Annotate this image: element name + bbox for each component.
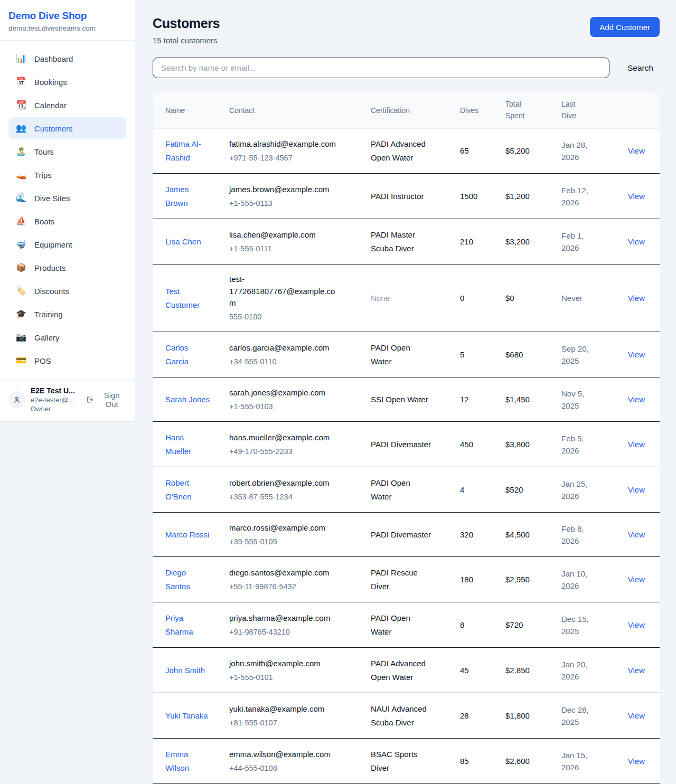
view-customer-link[interactable]: View	[628, 192, 645, 201]
sidebar-item-bookings[interactable]: 📅 Bookings	[8, 71, 126, 93]
customer-phone: +971-55-123-4567	[229, 152, 364, 164]
customer-last-dive: Sep 20, 2025	[561, 343, 594, 367]
sidebar-item-label: Boats	[34, 217, 54, 226]
table-row: Yuki Tanaka yuki.tanaka@example.com +81-…	[153, 693, 660, 739]
customer-email: robert.obrien@example.com	[229, 477, 329, 489]
customer-dives: 28	[460, 693, 505, 739]
table-row: Diego Santos diego.santos@example.com +5…	[153, 557, 660, 602]
customer-email: sarah.jones@example.com	[229, 387, 325, 399]
column-header-name: Name	[153, 92, 229, 128]
customer-email: john.smith@example.com	[229, 658, 321, 670]
user-email: e2e-tester@...	[31, 396, 79, 404]
sidebar-item-label: Dive Sites	[34, 194, 70, 203]
sidebar-item-products[interactable]: 📦 Products	[8, 257, 126, 279]
view-customer-link[interactable]: View	[628, 530, 645, 539]
customer-email: hans.mueller@example.com	[229, 432, 330, 444]
customer-name-link[interactable]: Priya Sharma	[165, 611, 211, 638]
customer-certification: PADI Open Water	[371, 476, 433, 503]
customer-name-link[interactable]: Fatima Al-Rashid	[165, 137, 211, 164]
customer-dives: 65	[460, 128, 505, 174]
view-customer-link[interactable]: View	[628, 757, 645, 766]
search-bar: Search	[153, 58, 660, 78]
customer-name-link[interactable]: Marco Rossi	[165, 528, 209, 542]
customer-total-spent: $4,500	[505, 513, 561, 557]
sidebar-item-label: POS	[34, 356, 51, 365]
table-row: James Brown james.brown@example.com +1-5…	[153, 174, 660, 219]
customer-name-link[interactable]: Test Customer	[165, 285, 211, 311]
customer-dives: 1500	[460, 174, 505, 219]
boats-icon: ⛵	[16, 217, 26, 225]
table-row: Robert O'Brien robert.obrien@example.com…	[153, 467, 660, 513]
customer-email: carlos.garcia@example.com	[229, 342, 329, 354]
customer-certification: None	[371, 291, 390, 305]
person-icon	[13, 395, 21, 404]
sidebar-item-gallery[interactable]: 📷 Gallery	[8, 326, 126, 348]
view-customer-link[interactable]: View	[628, 440, 645, 449]
search-input[interactable]	[153, 58, 609, 78]
sidebar-item-customers[interactable]: 👥 Customers	[8, 117, 126, 139]
customer-name-link[interactable]: Robert O'Brien	[165, 476, 211, 503]
trips-icon: 🚤	[16, 171, 26, 179]
avatar	[8, 391, 25, 408]
view-customer-link[interactable]: View	[628, 485, 645, 494]
sidebar-item-dive-sites[interactable]: 🌊 Dive Sites	[8, 187, 126, 209]
dashboard-icon: 📊	[16, 54, 26, 63]
sidebar-item-label: Training	[34, 310, 63, 319]
view-customer-link[interactable]: View	[628, 666, 645, 675]
customer-certification: PADI Advanced Open Water	[371, 657, 433, 684]
sidebar-item-calendar[interactable]: 📆 Calendar	[8, 94, 126, 116]
customer-name-link[interactable]: Diego Santos	[165, 566, 211, 593]
customer-dives: 320	[460, 513, 505, 557]
view-customer-link[interactable]: View	[628, 711, 645, 720]
sidebar-item-discounts[interactable]: 🏷️ Discounts	[8, 280, 126, 302]
add-customer-button[interactable]: Add Customer	[590, 17, 660, 37]
customer-name-link[interactable]: Hans Mueller	[165, 431, 211, 458]
customer-total-spent: $520	[505, 467, 561, 513]
view-customer-link[interactable]: View	[628, 146, 645, 155]
user-info: E2E Test U... e2e-tester@... Owner	[31, 386, 79, 413]
sidebar-item-label: Calendar	[34, 101, 67, 110]
sidebar-item-dashboard[interactable]: 📊 Dashboard	[8, 48, 126, 70]
view-customer-link[interactable]: View	[628, 294, 645, 303]
view-customer-link[interactable]: View	[628, 620, 645, 629]
customer-last-dive: Dec 28, 2025	[561, 704, 594, 729]
customer-name-link[interactable]: Lisa Chen	[165, 235, 201, 249]
customer-dives: 180	[460, 557, 505, 602]
customer-name-link[interactable]: James Brown	[165, 183, 211, 210]
customer-name-link[interactable]: Yuki Tanaka	[165, 709, 208, 723]
customer-phone: +1-555-0113	[229, 197, 364, 209]
view-customer-link[interactable]: View	[628, 350, 645, 359]
customer-email: fatima.alrashid@example.com	[229, 138, 336, 150]
sidebar-item-boats[interactable]: ⛵ Boats	[8, 210, 126, 232]
column-header-actions	[618, 92, 660, 128]
gallery-icon: 📷	[16, 333, 26, 342]
customer-total-spent: $3,800	[505, 422, 561, 467]
customer-certification: SSI Open Water	[371, 393, 428, 407]
sidebar-item-pos[interactable]: 💳 POS	[8, 350, 126, 372]
customer-phone: 555-0100	[229, 311, 364, 323]
products-icon: 📦	[16, 263, 26, 272]
customer-name-link[interactable]: Emma Wilson	[165, 748, 211, 774]
customer-name-link[interactable]: Sarah Jones	[165, 393, 210, 407]
sidebar-item-tours[interactable]: 🏝️ Tours	[8, 140, 126, 163]
sidebar-item-equipment[interactable]: 🤿 Equipment	[8, 233, 126, 256]
customer-name-link[interactable]: John Smith	[165, 664, 205, 677]
table-row: Emma Wilson emma.wilson@example.com +44-…	[153, 739, 660, 784]
customer-total-spent: $2,850	[505, 648, 561, 693]
customer-phone: +44-555-0108	[229, 762, 364, 774]
view-customer-link[interactable]: View	[628, 575, 645, 584]
view-customer-link[interactable]: View	[628, 395, 645, 404]
customers-table-card: NameContactCertificationDivesTotal Spent…	[153, 92, 660, 784]
sidebar-item-trips[interactable]: 🚤 Trips	[8, 164, 126, 186]
sidebar-item-training[interactable]: 🎓 Training	[8, 303, 126, 325]
customer-last-dive: Feb 12, 2026	[561, 184, 594, 209]
bookings-icon: 📅	[16, 78, 26, 86]
sign-out-button[interactable]: Sign Out	[86, 391, 126, 409]
customer-dives: 5	[460, 332, 505, 377]
view-customer-link[interactable]: View	[628, 237, 645, 246]
training-icon: 🎓	[16, 310, 26, 318]
page-title: Customers	[153, 16, 220, 31]
search-button[interactable]: Search	[627, 63, 653, 73]
customer-name-link[interactable]: Carlos Garcia	[165, 341, 211, 368]
table-row: Hans Mueller hans.mueller@example.com +4…	[153, 422, 660, 467]
